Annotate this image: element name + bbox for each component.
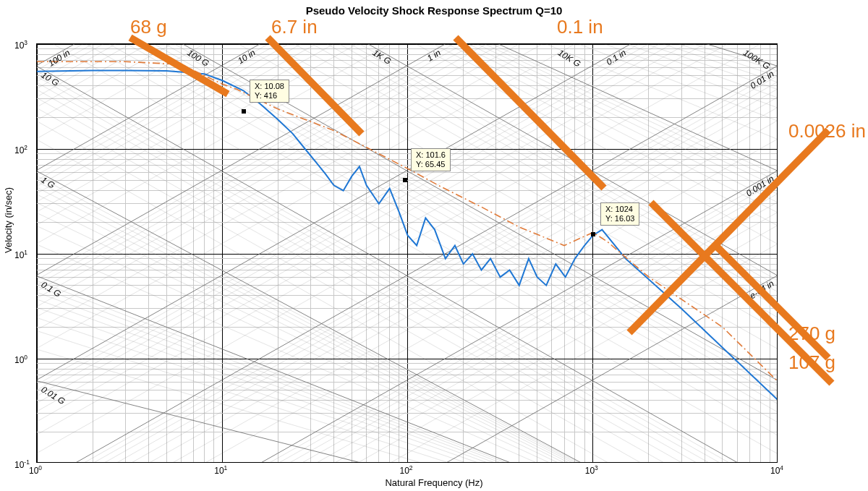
ann-67in: 6.7 in bbox=[271, 16, 318, 38]
ol-01in bbox=[456, 38, 604, 188]
y-tick: 102 bbox=[14, 144, 27, 155]
ol-00026 bbox=[629, 130, 828, 333]
y-axis-label: Velocity (in/sec) bbox=[3, 187, 14, 253]
y-tick: 103 bbox=[14, 39, 27, 51]
x-tick: 101 bbox=[214, 464, 227, 476]
x-tick: 103 bbox=[585, 464, 598, 476]
x-tick: 104 bbox=[770, 464, 783, 476]
ol-68g bbox=[130, 38, 228, 94]
y-tick: 10-1 bbox=[14, 458, 30, 470]
datatip-3: X: 1024Y: 16.03 bbox=[600, 202, 639, 226]
ann-01in: 0.1 in bbox=[557, 16, 603, 38]
ann-00026in: 0.0026 in bbox=[788, 120, 866, 142]
y-tick: 100 bbox=[14, 354, 27, 365]
ann-270g: 270 g bbox=[788, 323, 835, 344]
x-tick: 102 bbox=[400, 464, 413, 476]
overlay: 68 g 6.7 in 0.1 in 0.0026 in 270 g 107 g bbox=[36, 43, 778, 463]
x-tick: 100 bbox=[29, 464, 42, 476]
x-axis-label: Natural Frequency (Hz) bbox=[0, 477, 868, 488]
datatip-1: X: 10.08Y: 416 bbox=[250, 80, 289, 103]
chart-title: Pseudo Velocity Shock Response Spectrum … bbox=[0, 4, 868, 17]
y-tick: 101 bbox=[14, 249, 27, 260]
ann-68g: 68 g bbox=[130, 16, 167, 38]
ann-107g: 107 g bbox=[788, 351, 835, 373]
datatip-2: X: 101.6Y: 65.45 bbox=[411, 148, 451, 171]
